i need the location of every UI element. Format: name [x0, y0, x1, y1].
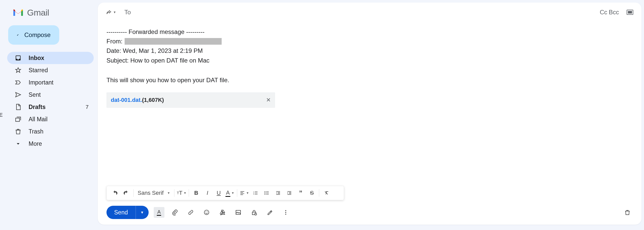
compose-pane: ▼ To Cc Bcc ---------- Forwarded message… [98, 3, 641, 225]
sent-icon [15, 91, 21, 98]
remove-formatting-button[interactable] [321, 188, 332, 198]
svg-point-13 [285, 212, 286, 213]
fwd-from-row: From: [106, 37, 633, 46]
nav-trash[interactable]: Trash [7, 125, 94, 138]
attachment-chip[interactable]: dat-001.dat.(1,607K) ✕ [106, 92, 275, 108]
nav-important[interactable]: Important [7, 76, 94, 89]
fwd-subject: Subject: How to open DAT file on Mac [106, 56, 633, 65]
attachment-size: (1,607K) [142, 96, 164, 104]
font-name: Sans Serif [138, 190, 164, 196]
remove-attachment-icon[interactable]: ✕ [266, 96, 271, 104]
nav-allmail[interactable]: All Mail [7, 113, 94, 125]
gmail-logo[interactable]: Gmail [2, 5, 98, 25]
numbered-list-button[interactable]: 123 [250, 188, 261, 198]
svg-point-12 [285, 210, 286, 211]
chevron-down-icon [15, 140, 21, 147]
pencil-icon [17, 32, 19, 38]
svg-point-14 [285, 214, 286, 215]
bold-button[interactable]: B [190, 188, 202, 198]
svg-point-6 [204, 210, 209, 215]
compose-label: Compose [24, 31, 51, 39]
nav-label: Sent [29, 91, 89, 98]
allmail-icon [15, 116, 21, 123]
formatting-toolbar: Sans Serif▼ TT▼ B I U A▼ ▼ 123 ” S [106, 186, 344, 200]
nav-label: More [29, 140, 89, 147]
formatting-toggle-button[interactable]: A [154, 207, 164, 218]
send-button[interactable]: Send ▼ [106, 206, 149, 219]
strikethrough-button[interactable]: S [306, 188, 317, 198]
align-button[interactable]: ▼ [239, 188, 250, 198]
fwd-date: Date: Wed, Mar 1, 2023 at 2:19 PM [106, 46, 633, 55]
indent-more-button[interactable] [284, 188, 295, 198]
attach-file-button[interactable] [170, 207, 180, 218]
svg-point-7 [205, 212, 206, 212]
insert-drive-button[interactable] [217, 207, 228, 218]
important-icon [15, 79, 21, 86]
insert-link-button[interactable] [185, 207, 196, 218]
insert-emoji-button[interactable] [201, 207, 212, 218]
send-options-caret[interactable]: ▼ [136, 210, 149, 214]
attachment-name: dat-001.dat. [111, 96, 142, 104]
redacted-sender [125, 38, 222, 45]
nav-starred[interactable]: Starred [7, 64, 94, 76]
fullscreen-icon[interactable] [627, 10, 633, 15]
folder-nav: Inbox Starred Important Sent Drafts 7 Al… [2, 52, 98, 150]
discard-draft-button[interactable] [622, 207, 633, 218]
nav-label: Drafts [29, 104, 78, 111]
insert-photo-button[interactable] [233, 207, 244, 218]
gmail-logo-text: Gmail [27, 8, 49, 18]
text-color-button[interactable]: A▼ [224, 188, 235, 198]
compose-actions: Send ▼ A [98, 200, 641, 225]
caret-down-icon: ▼ [113, 10, 116, 14]
underline-button[interactable]: U [213, 188, 224, 198]
confidential-mode-button[interactable] [249, 207, 259, 218]
forward-arrow-icon [105, 10, 112, 15]
svg-point-8 [207, 212, 208, 212]
forwarded-header: ---------- Forwarded message --------- F… [106, 27, 633, 65]
fwd-divider: ---------- Forwarded message --------- [106, 27, 633, 37]
nav-more[interactable]: More [7, 138, 94, 150]
undo-button[interactable] [109, 188, 121, 198]
fwd-from-label: From: [106, 37, 123, 46]
drafts-count: 7 [86, 104, 89, 110]
svg-text:3: 3 [253, 193, 254, 195]
inbox-icon [15, 55, 21, 61]
gmail-logo-icon [12, 8, 24, 17]
compose-button[interactable]: Compose [8, 25, 59, 45]
bcc-button[interactable]: Bcc [609, 9, 619, 16]
nav-sent[interactable]: Sent [7, 89, 94, 101]
insert-signature-button[interactable] [265, 207, 275, 218]
bulleted-list-button[interactable] [261, 188, 272, 198]
nav-drafts[interactable]: Drafts 7 [7, 101, 94, 113]
nav-inbox[interactable]: Inbox [7, 52, 94, 64]
nav-label: All Mail [29, 116, 89, 123]
body-text: This will show you how to open your DAT … [106, 75, 633, 85]
star-icon [15, 67, 21, 74]
nav-label: Trash [29, 128, 89, 135]
indent-less-button[interactable] [272, 188, 284, 198]
nav-label: Inbox [29, 55, 89, 62]
nav-label: Starred [29, 67, 89, 74]
recipients-row: ▼ To Cc Bcc [98, 3, 641, 20]
svg-point-5 [265, 194, 265, 195]
sidebar: Gmail Compose Inbox Starred Important Se… [2, 0, 98, 230]
send-label: Send [106, 209, 136, 216]
reply-type-selector[interactable]: ▼ [105, 10, 116, 15]
drafts-icon [15, 104, 21, 110]
svg-point-4 [265, 192, 265, 193]
message-body[interactable]: ---------- Forwarded message --------- F… [98, 20, 641, 181]
font-family-select[interactable]: Sans Serif▼ [135, 190, 173, 196]
font-size-button[interactable]: TT▼ [176, 188, 187, 198]
to-label[interactable]: To [124, 9, 131, 16]
redo-button[interactable] [121, 188, 132, 198]
svg-point-3 [265, 191, 265, 192]
italic-button[interactable]: I [202, 188, 213, 198]
quote-button[interactable]: ” [295, 188, 306, 198]
more-options-button[interactable] [280, 207, 291, 218]
trash-icon [15, 128, 21, 135]
cc-button[interactable]: Cc [600, 9, 607, 16]
nav-label: Important [29, 79, 89, 86]
caret-down-icon: ▼ [167, 191, 170, 195]
